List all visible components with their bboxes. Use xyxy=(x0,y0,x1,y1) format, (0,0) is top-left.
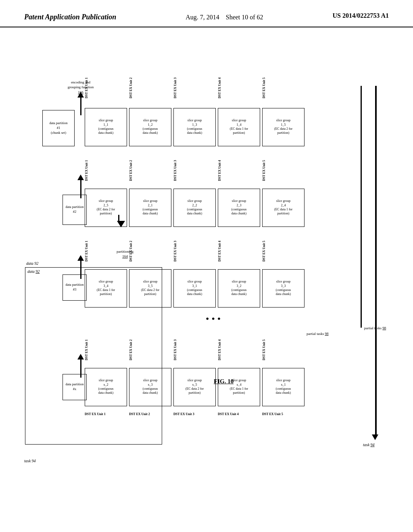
dst-header-1-4: DST EX Unit 4 xyxy=(218,68,221,108)
dst-header-4-3: DST EX Unit 3 xyxy=(173,330,177,370)
dst-bottom-1: DST EX Unit 1 xyxy=(85,412,106,416)
arrow-2 xyxy=(76,175,86,198)
slice-1-4: slice group1_4(EC data 1 forpartition) xyxy=(218,108,260,146)
dst-header-1-2: DST EX Unit 2 xyxy=(129,68,133,108)
task-label-bottom: task 94 xyxy=(363,443,375,447)
slice-3-5: slice group3_3(contiguousdata chunk) xyxy=(262,269,305,308)
dst-header-3-3: DST EX Unit 3 xyxy=(173,231,177,271)
dst-header-3-5: DST EX Unit 5 xyxy=(262,231,266,271)
slice-3-2: slice group3_5(EC data 2 forpartition) xyxy=(129,269,171,308)
dst-header-1-3: DST EX Unit 3 xyxy=(173,68,177,108)
task-line xyxy=(375,86,377,436)
slice-x-4: slice groupx_4(EC data 1 forpartition) xyxy=(218,368,260,406)
slice-x-5: slice groupx_1(contiguousdata chunk) xyxy=(262,368,305,406)
dst-bottom-5: DST EX Unit 5 xyxy=(262,412,283,416)
dst-header-4-4: DST EX Unit 4 xyxy=(218,330,221,370)
dst-header-4-2: DST EX Unit 2 xyxy=(129,330,133,370)
dst-bottom-2: DST EX Unit 2 xyxy=(129,412,150,416)
dots-ellipsis: ••• xyxy=(206,314,223,324)
slice-1-3: slice group1_3(contiguousdata chunk) xyxy=(173,108,216,146)
slice-3-3: slice group3_1(contiguousdata chunk) xyxy=(173,269,216,308)
dst-header-2-5: DST EX Unit 5 xyxy=(262,150,266,191)
publication-date-sheet: Aug. 7, 2014 Sheet 10 of 62 xyxy=(186,12,263,23)
publication-title: Patent Application Publication xyxy=(24,12,116,22)
dst-header-2-3: DST EX Unit 3 xyxy=(173,150,177,191)
dst-header-3-4: DST EX Unit 4 xyxy=(218,231,221,271)
dst-header-1-5: DST EX Unit 5 xyxy=(262,68,266,108)
slice-1-5: slice group1_5(EC data 2 forpartition) xyxy=(262,108,305,146)
dst-bottom-4: DST EX Unit 4 xyxy=(218,412,239,416)
slice-3-4: slice group3_2(contiguousdata chunk) xyxy=(218,269,260,308)
slice-3-1: slice group3_4(EC data 1 forpartition) xyxy=(85,269,127,308)
slice-2-5: slice group2_4(EC data 1 forpartition) xyxy=(262,189,305,227)
data-label-inner: data 92 xyxy=(27,269,40,274)
slice-2-1: slice group2_5(EC data 2 forpartition) xyxy=(85,189,127,227)
partitioning-label: partitioning164 xyxy=(109,249,141,259)
publication-number: US 2014/0222753 A1 xyxy=(332,12,389,19)
slice-x-1: slice groupx_2(contiguousdata chunk) xyxy=(85,368,127,406)
diagram-area: FIG. 10 task 94 data 92 encoding andgrou… xyxy=(0,27,413,519)
partition-box-2: data partition#2 xyxy=(63,195,87,225)
dst-header-3-2: DST EX Unit 2 xyxy=(129,231,133,271)
arrow-1 xyxy=(76,92,86,115)
slice-2-3: slice group2_2(contiguousdata chunk) xyxy=(173,189,216,227)
data-label: data 92 xyxy=(26,261,38,266)
slice-2-4: slice group2_3(contiguousdata chunk) xyxy=(218,189,260,227)
task-label: task 94 xyxy=(24,459,36,463)
partition-box-1: data partition#1(chunk set) xyxy=(42,110,75,146)
arrow-3 xyxy=(76,255,86,279)
slice-x-2: slice groupx_3(contiguousdata chunk) xyxy=(129,368,171,406)
task-arrow-head xyxy=(372,434,378,440)
partition-box-x: data partition#x xyxy=(63,374,87,400)
arrow-x xyxy=(76,354,86,378)
partial-tasks-98-label: partial tasks 98 xyxy=(307,332,329,336)
slice-2-2: slice group2_1(contiguousdata chunk) xyxy=(129,189,171,227)
partial-tasks-line xyxy=(361,86,362,328)
dst-header-2-4: DST EX Unit 4 xyxy=(218,150,221,191)
page-header: Patent Application Publication Aug. 7, 2… xyxy=(0,0,413,27)
dst-header-2-2: DST EX Unit 2 xyxy=(129,150,133,191)
slice-1-1: slice group1_1(contiguousdata chunk) xyxy=(85,108,127,146)
dst-bottom-3: DST EX Unit 3 xyxy=(173,412,194,416)
slice-x-3: slice groupx_5(EC data 2 forpartition) xyxy=(173,368,216,406)
slice-1-2: slice group1_2(contiguousdata chunk) xyxy=(129,108,171,146)
dst-header-4-5: DST EX Unit 5 xyxy=(262,330,266,370)
dst-header-1-1: DST EX Unit 1 xyxy=(85,68,88,108)
